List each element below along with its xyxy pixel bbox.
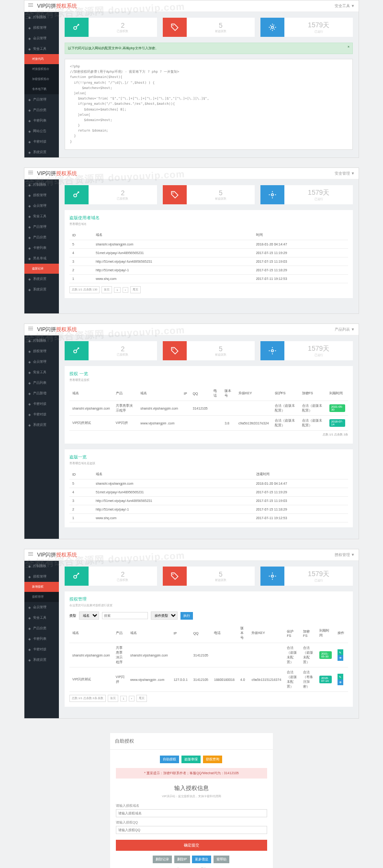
form-warning: * 重要提示：加密FI联系作者；客服QQ/Wechat均为：31412105 xyxy=(116,768,267,779)
svg-point-6 xyxy=(74,350,77,353)
svg-point-7 xyxy=(172,348,173,349)
nav-item[interactable]: ◈授权管理 xyxy=(24,190,59,200)
svg-point-8 xyxy=(271,350,274,352)
filter-bar: 类型 域名 操作类型 执行 xyxy=(69,612,348,620)
header: VIP闪拼授权系统 安全工具 ▼ xyxy=(24,0,359,12)
nav-item[interactable]: ◈卡密对接 xyxy=(24,399,59,409)
nav-auth[interactable]: ◈授权管理 xyxy=(24,22,59,33)
nav-item[interactable]: ◈系统设置 xyxy=(24,655,59,665)
nav-item[interactable]: ◈会员管理 xyxy=(24,602,59,612)
tag-icon xyxy=(163,567,187,586)
pager-next[interactable]: • xyxy=(123,287,128,293)
nav-item[interactable]: ◈控制面板 xyxy=(24,561,59,571)
nav-item[interactable]: ◈卡密列表 xyxy=(24,634,59,644)
nav-security[interactable]: ◈安全工具 xyxy=(24,44,59,54)
menu-icon[interactable] xyxy=(28,326,33,331)
nav-product[interactable]: ◈产品管理 xyxy=(24,94,59,105)
qq-input[interactable] xyxy=(116,826,267,834)
nav-item[interactable]: ◈产品分类 xyxy=(24,232,59,243)
domain-label: 请输入授权域名 xyxy=(116,803,267,808)
nav-item[interactable]: ◈卡密列表 xyxy=(24,243,59,253)
edit-icon[interactable]: ✎ xyxy=(338,649,343,655)
nav-category[interactable]: ◈产品分类 xyxy=(24,105,59,115)
pirate-table: ID域名违规时间5shanshi.vipshangpin.com2018-01-… xyxy=(69,469,348,523)
view-icon[interactable]: 👁 xyxy=(338,655,343,661)
header: VIP闪拼授权系统 安全管理 ▼ xyxy=(24,168,359,179)
form-title: 输入授权信息 xyxy=(116,784,267,792)
nav-item[interactable]: ◈会员管理 xyxy=(24,356,59,367)
tag-icon xyxy=(163,18,187,37)
type-select[interactable]: 域名 xyxy=(79,612,99,620)
key-icon xyxy=(65,567,89,586)
nav-auth-cmd[interactable]: 对接授权指令 xyxy=(24,64,59,74)
sidebar: ◈控制面板 ◈授权管理 ◈会员管理 ◈安全工具 ◈产品管理 ◈产品分类 ◈卡密列… xyxy=(24,179,59,313)
foot-btn-1[interactable]: 删除记录 xyxy=(153,856,172,863)
nav-dock[interactable]: ◈卡密对接 xyxy=(24,136,59,147)
header-menu[interactable]: 授权管理 ▼ xyxy=(335,552,355,557)
nav-download[interactable]: 非本地下载 xyxy=(24,84,59,94)
nav-item[interactable]: ◈授权管理 xyxy=(24,571,59,582)
nav-code[interactable]: 对接代码 xyxy=(24,54,59,64)
nav-blacklist[interactable]: ◈黑名单域 xyxy=(24,253,59,264)
nav-item[interactable]: ◈安全工具 xyxy=(24,612,59,623)
nav-encrypt-cmd[interactable]: 加密授权指令 xyxy=(24,74,59,84)
foot-btn-2[interactable]: 删除IP xyxy=(174,856,190,863)
pager: 总数:1/1 总条数 2条 xyxy=(69,431,348,439)
menu-icon[interactable] xyxy=(28,551,33,556)
nav-item[interactable]: ◈系统设置 xyxy=(24,274,59,284)
submit-button[interactable]: 确定提交 xyxy=(116,840,267,851)
menu-icon[interactable] xyxy=(28,170,33,175)
sidebar: ◈控制面板 ◈授权管理 ◈会员管理 ◈安全工具 对接代码 对接授权指令 加密授权… xyxy=(24,12,59,157)
sidebar: ◈控制面板 ◈授权管理 新增授权 授权管理 ◈会员管理 ◈安全工具 ◈产品分类 … xyxy=(24,561,59,718)
search-input[interactable] xyxy=(102,612,148,619)
nav-item[interactable]: ◈安全工具 xyxy=(24,211,59,222)
section-title: 盗版一览 xyxy=(69,454,348,460)
foot-btn-4[interactable]: 需帮助 xyxy=(214,856,229,863)
nav-item[interactable]: ◈系统设置 xyxy=(24,420,59,430)
nav-item[interactable]: ◈会员管理 xyxy=(24,200,59,211)
nav-item[interactable]: ◈控制面板 xyxy=(24,179,59,190)
svg-point-3 xyxy=(74,194,77,197)
foot-btn-3[interactable]: 更多信息 xyxy=(192,856,211,863)
pager-page[interactable]: 1 xyxy=(114,287,120,293)
edit-icon[interactable]: ✎ xyxy=(338,674,343,679)
nav-new-auth[interactable]: 新增授权 xyxy=(24,582,59,592)
header-menu[interactable]: 安全管理 ▼ xyxy=(335,171,355,176)
nav-item[interactable]: ◈安全工具 xyxy=(24,367,59,378)
nav-item[interactable]: ◈卡密对接 xyxy=(24,644,59,655)
nav-item[interactable]: ◈产品新增 xyxy=(24,388,59,399)
close-icon[interactable]: × xyxy=(348,45,349,48)
go-button[interactable]: 执行 xyxy=(180,612,193,620)
nav-dashboard[interactable]: ◈控制面板 xyxy=(24,12,59,22)
header-menu[interactable]: 安全工具 ▼ xyxy=(335,3,355,9)
query-button[interactable]: 获权查询 xyxy=(203,756,222,763)
nav-item[interactable]: ◈控制面板 xyxy=(24,335,59,346)
logo: VIP闪拼授权系统 xyxy=(37,170,78,176)
nav-auth-manage[interactable]: 授权管理 xyxy=(24,592,59,602)
nav-item[interactable]: ◈卡密对接 xyxy=(24,409,59,420)
auth-form-panel: 自助授权 自助授权 盗版举报 获权查询 * 重要提示：加密FI联系作者；客服QQ… xyxy=(110,733,273,868)
report-button[interactable]: 盗版举报 xyxy=(181,756,201,763)
header-menu[interactable]: 产品列表 ▼ xyxy=(335,327,355,332)
svg-point-9 xyxy=(74,576,77,579)
nav-member[interactable]: ◈会员管理 xyxy=(24,33,59,44)
pager-prev[interactable]: 首页 xyxy=(101,286,112,293)
domain-input[interactable] xyxy=(116,809,267,817)
auth-manage-table: 域名产品域名IPQQ电话版本号升级KEY保护FS加密FS到期时间操作shansh… xyxy=(69,623,348,692)
pager: 总数:1/1 总条数 130首页1•尾页 xyxy=(69,286,348,293)
nav-item[interactable]: ◈产品管理 xyxy=(24,222,59,232)
nav-item[interactable]: ◈授权管理 xyxy=(24,346,59,356)
form-sub: VIP演示站：提交授权信息，支持卡密和代理商 xyxy=(116,794,267,799)
nav-pirate-log[interactable]: 盗版记录 xyxy=(24,264,59,274)
nav-item[interactable]: ◈产品分类 xyxy=(24,623,59,634)
nav-settings[interactable]: ◈系统设置 xyxy=(24,147,59,157)
nav-item[interactable]: ◈系统设置 xyxy=(24,284,59,295)
action-select[interactable]: 操作类型 xyxy=(151,612,178,620)
view-icon[interactable]: 👁 xyxy=(338,679,343,685)
nav-cards[interactable]: ◈卡密列表 xyxy=(24,115,59,126)
nav-item[interactable]: ◈产品列表 xyxy=(24,378,59,388)
sidebar: ◈控制面板 ◈授权管理 ◈会员管理 ◈安全工具 ◈产品列表 ◈产品新增 ◈卡密对… xyxy=(24,335,59,539)
menu-icon[interactable] xyxy=(28,2,33,8)
nav-notice[interactable]: ◈网站公告 xyxy=(24,126,59,136)
self-auth-button[interactable]: 自助授权 xyxy=(160,756,179,763)
